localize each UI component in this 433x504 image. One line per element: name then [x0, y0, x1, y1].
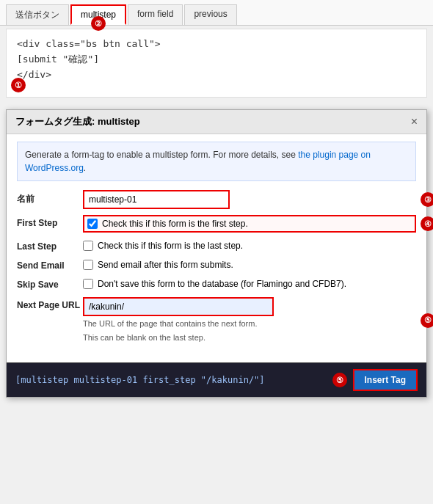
field-label-skip-save: Skip Save [17, 277, 83, 290]
modal: フォームタグ生成: multistep × Generate a form-ta… [6, 109, 427, 398]
badge-1-wrap: ① [11, 78, 26, 92]
url-hint-1: The URL of the page that contains the ne… [83, 318, 416, 329]
modal-overlay: フォームタグ生成: multistep × Generate a form-ta… [6, 109, 427, 398]
field-row-last-step: Last Step Check this if this form is the… [17, 238, 416, 252]
tab-form-field[interactable]: form field [128, 4, 183, 25]
tab-label: form field [137, 9, 173, 19]
tab-previous[interactable]: previous [184, 4, 236, 25]
field-row-next-page-url: Next Page URL ⑤ The URL of the page that… [17, 297, 416, 343]
last-step-checkbox[interactable] [83, 241, 93, 251]
badge-2: ② [91, 16, 106, 31]
first-step-label: Check this if this form is the first ste… [102, 219, 248, 229]
field-row-send-email: Send Email Send email after this form su… [17, 258, 416, 271]
modal-header: フォームタグ生成: multistep × [7, 110, 426, 134]
last-step-label: Check this if this form is the last step… [98, 241, 243, 251]
code-line-2: [submit "確認"] [17, 52, 416, 67]
skip-save-checkbox[interactable] [83, 279, 93, 289]
field-row-first-step: First Step Check this if this form is th… [17, 215, 416, 233]
badge-5-btn: ⑤ [332, 373, 347, 387]
code-line-3: </div> [17, 67, 416, 83]
field-label-send-email: Send Email [17, 258, 83, 271]
modal-description: Generate a form-tag to enable a multiste… [17, 142, 416, 181]
code-area: <div class="bs btn call"> [submit "確認"] … [6, 29, 427, 98]
field-wrap-next-page-url: ⑤ The URL of the page that contains the … [83, 297, 416, 343]
field-label-last-step: Last Step [17, 238, 83, 252]
send-email-checkbox[interactable] [83, 260, 93, 270]
bottom-code-bar: [multistep multistep-01 first_step "/kak… [7, 362, 426, 397]
skip-save-checkbox-row: Don't save this form to the database (fo… [83, 277, 416, 289]
last-step-checkbox-row: Check this if this form is the last step… [83, 238, 416, 251]
modal-body: Generate a form-tag to enable a multiste… [7, 134, 426, 357]
bottom-code-text: [multistep multistep-01 first_step "/kak… [15, 375, 265, 385]
badge-5-url: ⑤ [421, 313, 433, 328]
modal-close-button[interactable]: × [411, 115, 418, 128]
insert-tag-button[interactable]: Insert Tag [353, 369, 418, 391]
insert-tag-wrap: ⑤ Insert Tag [332, 369, 418, 391]
field-label-first-step: First Step [17, 215, 83, 228]
tab-multistep[interactable]: multistep ② [70, 4, 126, 25]
name-input[interactable] [83, 190, 230, 209]
tab-label: previous [194, 9, 227, 19]
modal-title: フォームタグ生成: multistep [15, 115, 140, 128]
field-wrap-skip-save: Don't save this form to the database (fo… [83, 277, 416, 289]
tab-bar: 送信ボタン multistep ② form field previous [0, 0, 433, 26]
skip-save-label: Don't save this form to the database (fo… [98, 279, 346, 289]
url-hint-2: This can be blank on the last step. [83, 332, 416, 343]
badge-3: ③ [421, 192, 433, 207]
badge-1: ① [11, 78, 26, 92]
field-row-name: 名前 ③ [17, 190, 416, 209]
next-page-url-input[interactable] [83, 297, 274, 316]
field-row-skip-save: Skip Save Don't save this form to the da… [17, 277, 416, 290]
send-email-checkbox-row: Send email after this form submits. [83, 258, 416, 270]
badge-4: ④ [421, 216, 433, 231]
tab-label: 送信ボタン [15, 10, 59, 20]
field-label-next-page-url: Next Page URL [17, 297, 83, 310]
field-wrap-first-step: Check this if this form is the first ste… [83, 215, 416, 233]
tab-send-button[interactable]: 送信ボタン [6, 4, 69, 25]
field-label-name: 名前 [17, 190, 83, 205]
field-wrap-name: ③ [83, 190, 416, 209]
code-line-1: <div class="bs btn call"> [17, 37, 416, 52]
field-wrap-last-step: Check this if this form is the last step… [83, 238, 416, 251]
first-step-checkbox[interactable] [87, 219, 98, 229]
first-step-checkbox-row: Check this if this form is the first ste… [83, 215, 416, 233]
send-email-label: Send email after this form submits. [98, 260, 233, 270]
field-wrap-send-email: Send email after this form submits. [83, 258, 416, 270]
